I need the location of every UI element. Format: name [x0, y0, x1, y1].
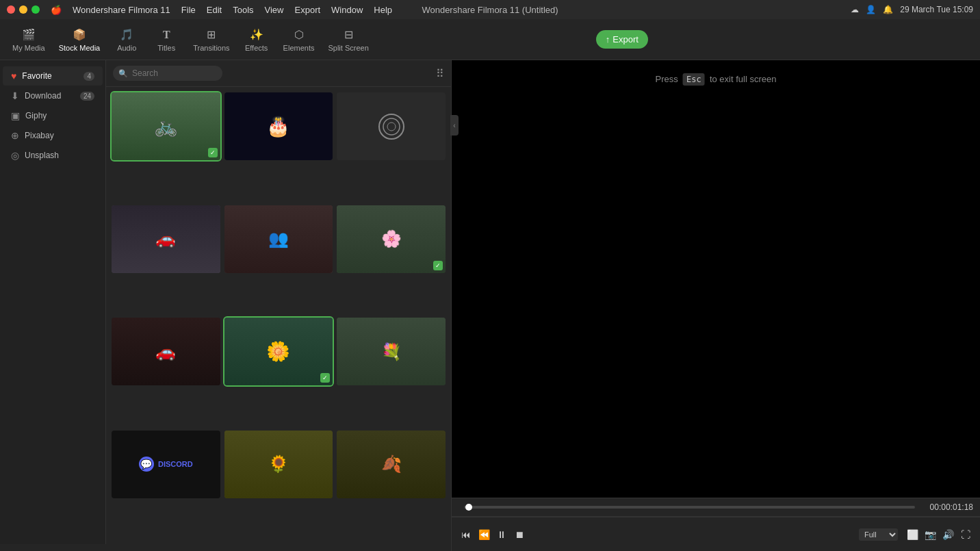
- toolbar-effects[interactable]: ✨ Effects: [238, 25, 275, 55]
- preview-extra-tools: ⬜ 📷 🔊 ⛶: [905, 527, 973, 542]
- svg-point-2: [387, 123, 396, 131]
- effects-label: Effects: [245, 44, 268, 52]
- top-toolbar: 🎬 My Media 📦 Stock Media 🎵 Audio T Title…: [0, 19, 980, 60]
- panel-collapse-handle[interactable]: [0, 544, 451, 551]
- pixabay-icon: ⊕: [11, 130, 19, 141]
- media-thumb-yellow-flowers[interactable]: 🌻: [224, 431, 333, 498]
- media-thumb-circles[interactable]: [337, 92, 446, 160]
- audio-label: Audio: [117, 44, 136, 52]
- datetime: 29 March Tue 15:09: [900, 5, 973, 14]
- menu-edit[interactable]: Edit: [207, 5, 222, 15]
- pixabay-label: Pixabay: [25, 131, 54, 140]
- sidebar-item-download[interactable]: ⬇ Download 24: [3, 86, 103, 105]
- volume-button[interactable]: 🔊: [940, 527, 955, 542]
- left-panel: ♥ Favorite 4 ⬇ Download 24 ▣ Giphy ⊕ Pix…: [0, 60, 452, 551]
- playback-controls: ⏮ ⏪ ⏸ ⏹ Full 25% 50% 75% 150% 200% ⬜ 📷 🔊…: [452, 517, 980, 551]
- zoom-select[interactable]: Full 25% 50% 75% 150% 200%: [859, 528, 898, 541]
- media-thumb-blue-flower[interactable]: 🌼 ✓: [224, 318, 333, 385]
- split-screen-icon: ⊟: [341, 27, 356, 42]
- zoom-controls: Full 25% 50% 75% 150% 200%: [859, 528, 898, 541]
- close-button[interactable]: [7, 5, 15, 14]
- traffic-lights: [7, 5, 40, 14]
- sidebar-item-favorite[interactable]: ♥ Favorite 4: [3, 66, 103, 86]
- maximize-button[interactable]: [31, 5, 40, 14]
- menu-view[interactable]: View: [265, 5, 284, 15]
- apple-menu[interactable]: 🍎: [51, 5, 62, 15]
- caption-button[interactable]: ⬜: [905, 527, 920, 542]
- menu-app[interactable]: Wondershare Filmora 11: [73, 5, 170, 15]
- unsplash-icon: ◎: [11, 150, 19, 161]
- thumb-check-bike: ✓: [208, 148, 218, 157]
- toolbar-my-media[interactable]: 🎬 My Media: [7, 25, 51, 55]
- menu-tools[interactable]: Tools: [233, 5, 253, 15]
- media-grid: 🚲 ✓ 🎂: [106, 87, 451, 544]
- collapse-panel-button[interactable]: ‹: [450, 115, 459, 136]
- transitions-label: Transitions: [193, 44, 229, 52]
- download-label: Download: [25, 91, 61, 101]
- media-thumb-discord[interactable]: 💬 DISCORD: [112, 431, 220, 498]
- chevron-left-icon: ‹: [453, 122, 455, 129]
- media-thumb-leaf[interactable]: 🍂: [337, 431, 446, 498]
- sidebar-item-pixabay[interactable]: ⊕ Pixabay: [3, 126, 103, 145]
- media-thumb-flower2[interactable]: 💐: [337, 318, 446, 385]
- toolbar-elements[interactable]: ⬡ Elements: [278, 25, 320, 55]
- media-thumb-bike[interactable]: 🚲 ✓: [112, 92, 220, 160]
- titlebar-controls: ☁ 👤 🔔 29 March Tue 15:09: [851, 5, 973, 14]
- menu-help[interactable]: Help: [374, 5, 392, 15]
- media-area: 🔍 ⠿ 🚲 ✓ 🎂: [106, 60, 451, 544]
- toolbar-stock-media[interactable]: 📦 Stock Media: [53, 25, 106, 55]
- fullscreen-button[interactable]: ⛶: [958, 527, 973, 542]
- step-back-button[interactable]: ⏪: [476, 527, 491, 542]
- sidebar-item-giphy[interactable]: ▣ Giphy: [3, 106, 103, 125]
- titles-label: Titles: [157, 44, 175, 52]
- sidebar: ♥ Favorite 4 ⬇ Download 24 ▣ Giphy ⊕ Pix…: [0, 60, 106, 544]
- right-panel: Press Esc to exit full screen 00:00:01:1…: [452, 60, 980, 551]
- search-icon: 🔍: [118, 69, 128, 78]
- toolbar-titles[interactable]: T Titles: [148, 25, 185, 55]
- titles-icon: T: [159, 27, 174, 42]
- preview-seekbar[interactable]: [464, 506, 915, 509]
- export-label: Export: [612, 34, 639, 44]
- svg-point-1: [383, 118, 400, 135]
- menu-file[interactable]: File: [181, 5, 196, 15]
- stop-button[interactable]: ⏹: [512, 527, 527, 542]
- esc-key: Esc: [683, 73, 705, 86]
- sidebar-item-unsplash[interactable]: ◎ Unsplash: [3, 146, 103, 165]
- stock-media-label: Stock Media: [59, 44, 101, 52]
- my-media-icon: 🎬: [21, 27, 36, 42]
- minimize-button[interactable]: [19, 5, 27, 14]
- media-thumb-purple-flower[interactable]: 🌸 ✓: [337, 205, 446, 273]
- media-thumb-red-car[interactable]: 🚗: [112, 318, 220, 385]
- export-icon: ↑: [606, 34, 610, 44]
- notification-icon[interactable]: 🔔: [883, 5, 893, 14]
- play-pause-button[interactable]: ⏸: [494, 527, 509, 542]
- preview-canvas: [452, 60, 980, 498]
- menu-export[interactable]: Export: [295, 5, 321, 15]
- audio-icon: 🎵: [119, 27, 134, 42]
- search-input[interactable]: [113, 66, 222, 81]
- download-badge: 24: [80, 92, 94, 101]
- media-thumb-crowd[interactable]: 👥: [224, 205, 333, 273]
- favorite-badge: 4: [83, 72, 94, 81]
- snapshot-button[interactable]: 📷: [923, 527, 938, 542]
- toolbar-audio[interactable]: 🎵 Audio: [108, 25, 145, 55]
- cloud-icon[interactable]: ☁: [851, 5, 859, 14]
- titlebar: 🍎 Wondershare Filmora 11 File Edit Tools…: [0, 0, 980, 19]
- favorite-label: Favorite: [22, 71, 51, 81]
- export-button[interactable]: ↑ Export: [596, 30, 648, 49]
- media-thumb-cake[interactable]: 🎂: [224, 92, 333, 160]
- grid-toggle-button[interactable]: ⠿: [436, 67, 444, 80]
- time-display: 00:00:01:18: [930, 502, 973, 512]
- toolbar-split-screen[interactable]: ⊟ Split Screen: [322, 25, 374, 55]
- rewind-button[interactable]: ⏮: [459, 527, 474, 542]
- transitions-icon: ⊞: [204, 27, 219, 42]
- unsplash-label: Unsplash: [25, 151, 59, 160]
- my-media-label: My Media: [12, 44, 45, 52]
- toolbar-transitions[interactable]: ⊞ Transitions: [188, 25, 235, 55]
- heart-icon: ♥: [11, 71, 16, 81]
- seekbar-thumb[interactable]: [465, 504, 472, 511]
- media-search-bar: 🔍 ⠿: [106, 60, 451, 87]
- media-thumb-silver-car[interactable]: 🚗: [112, 205, 220, 273]
- account-icon[interactable]: 👤: [866, 5, 876, 14]
- menu-window[interactable]: Window: [331, 5, 363, 15]
